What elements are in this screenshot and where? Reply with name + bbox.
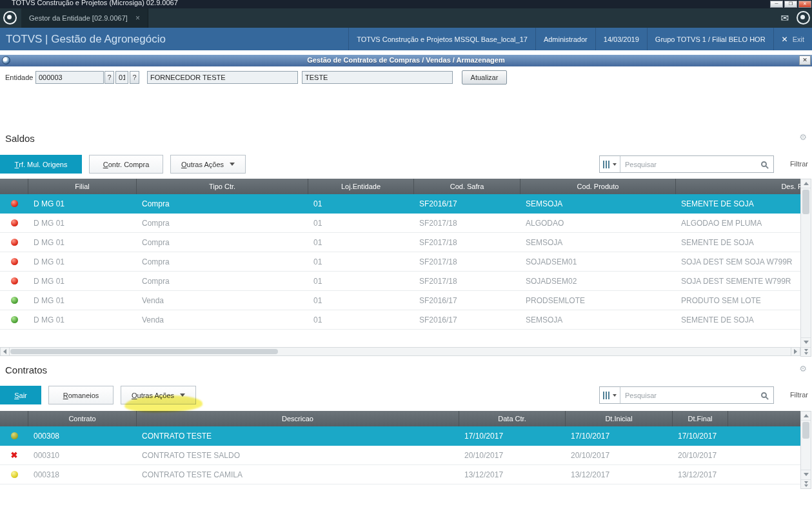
entity-name-field[interactable]: [147, 71, 298, 84]
scroll-down-icon[interactable]: [801, 470, 811, 479]
saldos-vertical-scrollbar[interactable]: [800, 179, 811, 357]
chevron-down-icon: [230, 163, 235, 166]
user-name: Administrador: [535, 28, 595, 50]
saldos-horizontal-scrollbar[interactable]: [0, 347, 800, 356]
contratos-toolbar: Sair Romaneios Outras Ações Filtrar: [0, 386, 812, 405]
scroll-page-down-icon[interactable]: [801, 479, 811, 488]
exit-x-icon: [782, 35, 788, 44]
close-icon[interactable]: [798, 1, 811, 8]
chevron-down-icon: [180, 393, 185, 397]
contratos-search-input[interactable]: [620, 392, 761, 399]
contratos-filter-link[interactable]: Filtrar: [790, 391, 808, 399]
sair-button[interactable]: Sair: [0, 386, 41, 404]
status-red-icon: [11, 200, 18, 207]
status-red-icon: [11, 277, 18, 284]
scroll-up-icon[interactable]: [801, 179, 811, 188]
column-header-des-produto[interactable]: Des. Produto: [676, 179, 800, 194]
exit-label: Exit: [793, 35, 804, 43]
saldos-toolbar: Trf. Mul. Origens Contr. Compra Outras A…: [0, 155, 812, 174]
totvs-circle-icon[interactable]: [797, 11, 810, 25]
search-icon: [761, 161, 767, 167]
refresh-button[interactable]: Atualizar: [462, 70, 507, 85]
tab-gestor-da-entidade[interactable]: Gestor da Entidade [02.9.0067]: [21, 8, 148, 28]
table-row[interactable]: D MG 01 Compra 01 SF2017/18 ALGODAO ALGO…: [0, 214, 800, 233]
scroll-left-icon[interactable]: [1, 348, 10, 355]
column-header-descricao[interactable]: Descricao: [137, 411, 459, 426]
column-header-filial[interactable]: Filial: [28, 179, 137, 194]
chevron-down-icon: [613, 394, 617, 397]
scroll-down-icon[interactable]: [801, 337, 811, 346]
session-date: 14/03/2019: [595, 28, 647, 50]
mdi-close-icon[interactable]: ✕: [799, 55, 811, 65]
column-header-dt-inicial[interactable]: Dt.Inicial: [566, 411, 673, 426]
column-header-empty: [728, 411, 800, 426]
os-titlebar: TOTVS Construção e Projetos (Microsiga) …: [0, 0, 812, 8]
column-config-button[interactable]: [600, 156, 620, 172]
column-header-data-ctr[interactable]: Data Ctr.: [459, 411, 566, 426]
outras-acoes-button[interactable]: Outras Ações: [121, 386, 196, 404]
column-header-tipo-ctr[interactable]: Tipo Ctr.: [137, 179, 308, 194]
store-code-field[interactable]: [115, 71, 128, 84]
table-row[interactable]: 000318 CONTRATO TESTE CAMILA 13/12/2017 …: [0, 465, 800, 484]
exit-button[interactable]: Exit: [773, 28, 812, 50]
maximize-icon[interactable]: [784, 1, 797, 8]
mail-icon[interactable]: [780, 12, 789, 24]
gear-icon[interactable]: [799, 364, 807, 374]
status-column-header[interactable]: [0, 411, 28, 426]
column-header-cod-safra[interactable]: Cod. Safra: [414, 179, 520, 194]
table-row[interactable]: 000308 CONTRATO TESTE 17/10/2017 17/10/2…: [0, 426, 800, 446]
table-row[interactable]: D MG 01 Compra 01 SF2017/18 SEMSOJA SEME…: [0, 233, 800, 252]
tab-close-icon[interactable]: [135, 14, 140, 23]
store-code-lookup-button[interactable]: ?: [130, 71, 139, 84]
status-red-icon: [11, 219, 18, 226]
scrollbar-thumb[interactable]: [10, 349, 278, 354]
saldos-filter-link[interactable]: Filtrar: [790, 160, 808, 168]
totvs-app-window: TOTVS Construção e Projetos (Microsiga) …: [0, 0, 812, 518]
table-row[interactable]: D MG 01 Venda 01 SF2016/17 SEMSOJA SEMEN…: [0, 310, 800, 330]
table-row[interactable]: D MG 01 Compra 01 SF2016/17 SEMSOJA SEME…: [0, 194, 800, 214]
chevron-down-icon: [613, 163, 617, 166]
saldos-search-group: [599, 155, 774, 173]
romaneios-button[interactable]: Romaneios: [48, 386, 114, 404]
column-header-contrato[interactable]: Contrato: [28, 411, 137, 426]
table-row[interactable]: D MG 01 Venda 01 SF2016/17 PRODSEMLOTE P…: [0, 291, 800, 310]
entity-code-field[interactable]: [35, 71, 104, 84]
os-window-title: TOTVS Construção e Projetos (Microsiga) …: [12, 0, 178, 6]
contratos-grid-header: Contrato Descricao Data Ctr. Dt.Inicial …: [0, 411, 800, 426]
app-brand-title: TOTVS | Gestão de Agronegócio: [6, 33, 166, 46]
column-config-button[interactable]: [600, 387, 620, 403]
minimize-icon[interactable]: [770, 1, 783, 8]
column-header-dt-final[interactable]: Dt.Final: [673, 411, 728, 426]
trf-mul-origens-button[interactable]: Trf. Mul. Origens: [0, 155, 82, 174]
tab-bar: Gestor da Entidade [02.9.0067]: [0, 8, 812, 28]
saldos-search-input[interactable]: [620, 161, 761, 168]
entity-code-lookup-button[interactable]: ?: [104, 71, 114, 84]
status-yellow-icon: [11, 471, 18, 478]
totvs-logo-icon[interactable]: [3, 11, 17, 25]
status-column-header[interactable]: [0, 179, 28, 194]
contratos-vertical-scrollbar[interactable]: [800, 411, 811, 489]
scroll-page-down-icon[interactable]: [801, 347, 811, 356]
contratos-grid: Contrato Descricao Data Ctr. Dt.Inicial …: [0, 411, 800, 484]
outras-acoes-button[interactable]: Outras Ações: [170, 155, 246, 174]
scroll-right-icon[interactable]: [791, 348, 800, 355]
table-row[interactable]: D MG 01 Compra 01 SF2017/18 SOJADSEM01 S…: [0, 252, 800, 272]
entity-short-name-field[interactable]: [302, 71, 453, 84]
contr-compra-button[interactable]: Contr. Compra: [89, 155, 163, 174]
status-red-icon: [11, 239, 18, 246]
scrollbar-thumb[interactable]: [802, 190, 809, 214]
column-header-cod-produto[interactable]: Cod. Produto: [520, 179, 676, 194]
status-green-icon: [11, 297, 18, 304]
status-olive-icon: [11, 432, 18, 439]
scroll-up-icon[interactable]: [801, 412, 811, 421]
environment-name: TOTVS Construção e Projetos MSSQL Base_l…: [348, 28, 535, 50]
mdi-window-titlebar: Gestão de Contratos de Compras / Vendas …: [0, 55, 812, 66]
gear-icon[interactable]: [799, 132, 807, 142]
status-red-icon: [11, 258, 18, 265]
table-row[interactable]: 000310 CONTRATO TESTE SALDO 20/10/2017 2…: [0, 446, 800, 465]
window-controls: [770, 1, 811, 8]
table-row[interactable]: D MG 01 Compra 01 SF2017/18 SOJADSEM02 S…: [0, 272, 800, 291]
column-header-loj-entidade[interactable]: Loj.Entidade: [308, 179, 414, 194]
scrollbar-thumb[interactable]: [802, 422, 809, 439]
mdi-window-title: Gestão de Contratos de Compras / Vendas …: [0, 56, 812, 64]
